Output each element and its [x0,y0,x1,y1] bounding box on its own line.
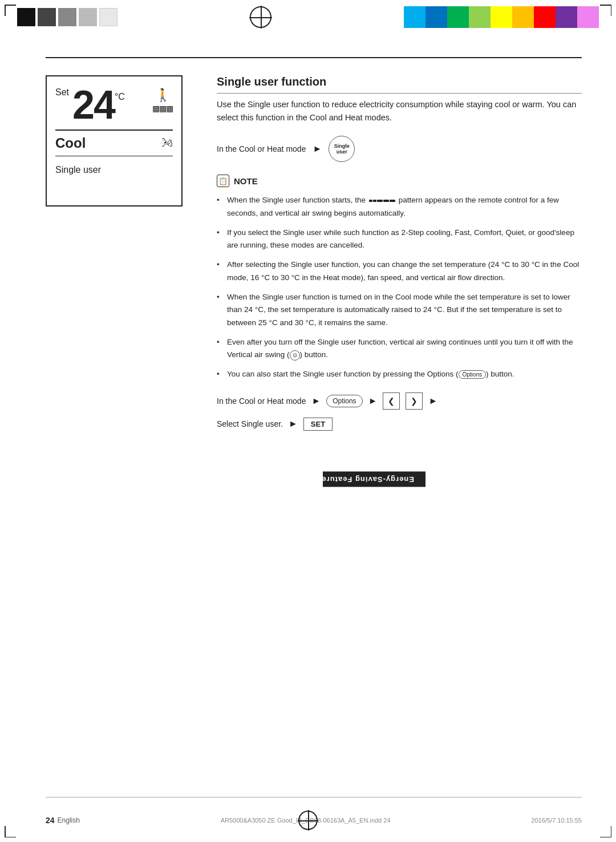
footer-line [46,797,582,798]
pattern-indicator [369,200,395,202]
swatch-yellow [491,6,512,28]
content-columns: Set 24 °C 🚶 ▩▩▩ Cool 🌬 [46,75,582,439]
note-item-2: If you select the Single user while such… [217,226,582,252]
nav-right-button[interactable]: ❯ [406,392,423,410]
crosshair-center [249,6,272,29]
nav-left-button[interactable]: ❮ [383,392,400,410]
single-user-label: Single user [55,165,173,175]
display-panel: Set 24 °C 🚶 ▩▩▩ Cool 🌬 [46,75,183,207]
language-label: English [58,816,80,824]
footer-right: 2016/5/7 10:15:55 [531,816,582,824]
single-user-btn-label: Singleuser [334,143,350,156]
cool-mode-label: Cool [55,135,86,151]
swatch-lime [469,6,491,28]
arrow-icon-2: ► [311,396,321,406]
bars-icon: ▩▩▩ [152,104,173,113]
left-column: Set 24 °C 🚶 ▩▩▩ Cool 🌬 [46,75,194,207]
swatch-orange [512,6,534,28]
note-item-1: When the Single user function starts, th… [217,194,582,220]
swatch-purple [556,6,577,28]
mode-instruction-1: In the Cool or Heat mode ► Singleuser [217,136,582,162]
cool-mode-row: Cool 🌬 [55,135,173,151]
vertical-swing-icon: ⊙ [290,350,300,361]
note-item-3: After selecting the Single user function… [217,258,582,284]
mode-instruction-text-1: In the Cool or Heat mode [217,144,306,153]
arrow-icon-1: ► [313,144,322,154]
note-icon: 📋 [217,175,229,187]
color-swatches [404,6,599,28]
crop-mark-br [600,826,611,837]
swatch-black [17,8,35,26]
note-item-5: Even after you turn off the Single user … [217,336,582,362]
intro-text: Use the Single user function to reduce e… [217,98,582,124]
instruction-row-2: Select Single user. ► SET [217,418,582,431]
set-button[interactable]: SET [303,418,333,431]
note-header: 📋 NOTE [217,175,582,187]
set-label: Set [55,87,69,98]
date-info: 2016/5/7 10:15:55 [531,817,582,824]
mode-instruction-text-2: In the Cool or Heat mode [217,396,306,406]
swatch-cyan [404,6,425,28]
note-item-4: When the Single user function is turned … [217,291,582,329]
person-icon: 🚶 [155,88,171,103]
registration-marks [0,0,616,34]
single-user-button[interactable]: Singleuser [329,136,355,162]
grayscale-swatches [17,8,117,26]
arrow-icon-5: ► [289,419,298,429]
top-divider [46,57,582,58]
note-label: NOTE [234,176,258,186]
swatch-red [534,6,556,28]
temp-display: 24 °C [72,85,149,125]
wind-icon: 🌬 [161,136,173,149]
swatch-dgray [38,8,56,26]
options-button[interactable]: Options [326,395,362,407]
mode-icons: 🚶 ▩▩▩ [152,88,173,113]
note-section: 📋 NOTE When the Single user function sta… [217,175,582,380]
section-title: Single user function [217,75,582,94]
select-instruction-text: Select Single user. [217,419,283,428]
display-top-row: Set 24 °C 🚶 ▩▩▩ [55,85,173,125]
arrow-icon-4: ► [428,396,437,406]
right-column: Single user function Use the Single user… [217,75,582,439]
swatch-blue [425,6,447,28]
degree-celsius: °C [115,92,125,102]
arrow-icon-3: ► [368,396,378,406]
instruction-row-1: In the Cool or Heat mode ► Options ► ❮ ❯… [217,392,582,410]
note-item-6: You can also start the Single user funct… [217,368,582,380]
swatch-white [99,8,117,26]
display-divider [55,129,173,131]
swatch-lgray [79,8,97,26]
note-list: When the Single user function starts, th… [217,194,582,380]
swatch-pink [577,6,599,28]
instruction-block-2: In the Cool or Heat mode ► Options ► ❮ ❯… [217,392,582,431]
page-number: 24 [46,816,55,825]
temperature-value: 24 [72,85,115,125]
footer-left: 24 English [46,816,80,825]
swatch-green [447,6,469,28]
main-content: Set 24 °C 🚶 ▩▩▩ Cool 🌬 [46,57,582,785]
crosshair-circle [250,6,271,28]
crop-mark-bl [5,826,16,837]
display-divider-2 [55,156,173,157]
options-btn-inline[interactable]: Options [459,370,486,379]
bottom-crosshair [298,810,318,831]
swatch-mgray [58,8,76,26]
